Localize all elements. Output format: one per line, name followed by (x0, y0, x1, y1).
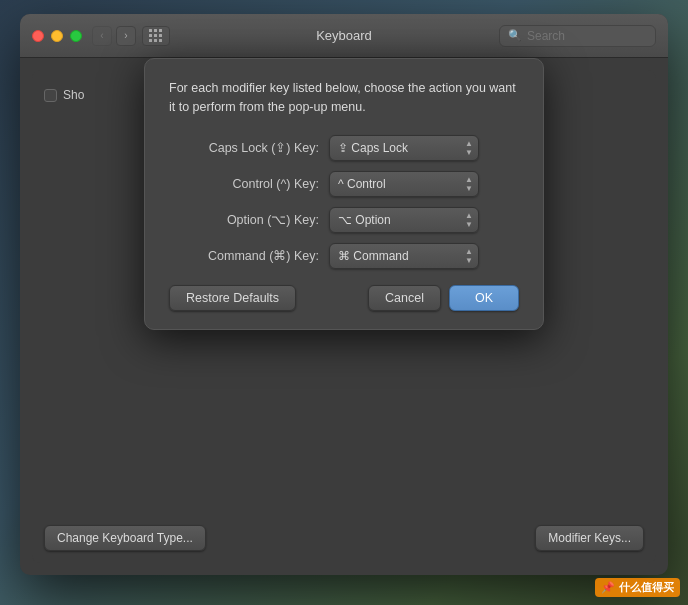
key-label-command: Command (⌘) Key: (169, 248, 329, 263)
modal-buttons: Restore Defaults Cancel OK (169, 285, 519, 311)
select-wrapper-command: ⌘ Command⌘ Caps Lock⌘ Control⌘ Option⌘ N… (329, 243, 479, 269)
select-wrapper-control: ^ Control^ Caps Lock^ Option^ Command^ N… (329, 171, 479, 197)
key-label-control: Control (^) Key: (169, 177, 329, 191)
restore-defaults-button[interactable]: Restore Defaults (169, 285, 296, 311)
select-wrapper-option: ⌥ Option⌥ Caps Lock⌥ Control⌥ Command⌥ N… (329, 207, 479, 233)
key-row-command: Command (⌘) Key:⌘ Command⌘ Caps Lock⌘ Co… (169, 243, 519, 269)
key-rows: Caps Lock (⇪) Key:⇪ Caps Lock⇪ Control⇪ … (169, 135, 519, 269)
key-row-caps-lock: Caps Lock (⇪) Key:⇪ Caps Lock⇪ Control⇪ … (169, 135, 519, 161)
key-label-option: Option (⌥) Key: (169, 212, 329, 227)
watermark-text: 什么值得买 (619, 580, 674, 595)
cancel-button[interactable]: Cancel (368, 285, 441, 311)
key-row-option: Option (⌥) Key:⌥ Option⌥ Caps Lock⌥ Cont… (169, 207, 519, 233)
dialog-description: For each modifier key listed below, choo… (169, 79, 519, 117)
select-control[interactable]: ^ Control^ Caps Lock^ Option^ Command^ N… (329, 171, 479, 197)
select-command[interactable]: ⌘ Command⌘ Caps Lock⌘ Control⌘ Option⌘ N… (329, 243, 479, 269)
ok-button[interactable]: OK (449, 285, 519, 311)
watermark-icon: 📌 (601, 581, 615, 594)
select-wrapper-caps-lock: ⇪ Caps Lock⇪ Control⇪ Option⇪ Command⇪ N… (329, 135, 479, 161)
ok-cancel-group: Cancel OK (368, 285, 519, 311)
watermark: 📌 什么值得买 (595, 578, 680, 597)
modal-overlay: For each modifier key listed below, choo… (20, 14, 668, 575)
keyboard-window: ‹ › Keyboard 🔍 Sho Change K (20, 14, 668, 575)
select-option[interactable]: ⌥ Option⌥ Caps Lock⌥ Control⌥ Command⌥ N… (329, 207, 479, 233)
modifier-keys-dialog: For each modifier key listed below, choo… (144, 58, 544, 330)
select-caps-lock[interactable]: ⇪ Caps Lock⇪ Control⇪ Option⇪ Command⇪ N… (329, 135, 479, 161)
key-label-caps-lock: Caps Lock (⇪) Key: (169, 140, 329, 155)
key-row-control: Control (^) Key:^ Control^ Caps Lock^ Op… (169, 171, 519, 197)
